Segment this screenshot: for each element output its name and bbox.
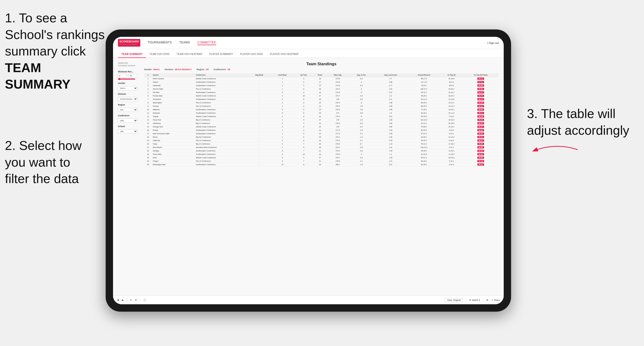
toolbar-refresh[interactable]: ↻ (130, 299, 132, 301)
region-filter-display: Region: All (196, 68, 208, 71)
min-rounds-input[interactable] (118, 74, 126, 78)
cell-conf: Big 12 Conference (195, 118, 248, 122)
table-row: 21 New Mexico Mountain West Conference -… (144, 146, 499, 149)
sign-out-link[interactable]: | Sign out (488, 41, 499, 44)
cell-rnd: 23 (313, 105, 327, 108)
cell-cr: 4 (270, 98, 294, 101)
cell-wins: 279 (327, 98, 349, 101)
toolbar-share-small[interactable]: ⬆ (135, 299, 137, 301)
cell-adj: -5.8 (349, 149, 374, 153)
cell-overall: 60-39-2 (408, 163, 440, 166)
col-cr: Conf Rank (270, 73, 294, 77)
toolbar-clock[interactable]: 🕐 (143, 299, 146, 301)
col-rr: Reg Rank (248, 73, 270, 77)
cell-conf: Southeastern Conference (195, 84, 248, 87)
table-row: 11 Arkansas Southeastern Conference - 6 … (144, 111, 499, 115)
tab-team-h2h-heatmap[interactable]: TEAM H2H HEATMAP (173, 51, 206, 58)
cell-cr: 9 (270, 160, 294, 163)
cell-school: Oregon (152, 160, 195, 163)
cell-pts: 80.54 (463, 149, 499, 153)
tab-player-h2h-heatmap[interactable]: PLAYER H2H HEATMAP (266, 51, 302, 58)
cell-pts: 80.95 (463, 142, 499, 146)
cell-pts: 80.24 (463, 136, 499, 139)
tab-team-h2h-grid[interactable]: TEAM H2H GRID (146, 51, 173, 58)
cell-school: Alabama (152, 108, 195, 111)
cell-wins: 279.1 (327, 136, 349, 139)
toolbar-grid[interactable]: ⊞ (486, 299, 488, 301)
nav-tournaments[interactable]: TOURNAMENTS (148, 41, 172, 45)
cell-school: Texas Tech (152, 118, 195, 122)
cell-wins: 278.7 (327, 146, 349, 149)
division-select[interactable]: NCAA Division I (118, 97, 138, 101)
nav-teams[interactable]: TEAMS (179, 41, 190, 45)
cell-cr: 1 (270, 146, 294, 149)
cell-nt: 7 (294, 142, 313, 146)
tab-player-h2h-grid[interactable]: PLAYER H2H GRID (236, 51, 266, 58)
table-row: 20 Texas Big 12 Conference - 3 7 20 278.… (144, 142, 499, 146)
cell-overall: 92-40-3 (408, 153, 440, 156)
cell-cr: 3 (270, 142, 294, 146)
max-rounds-input[interactable] (129, 74, 137, 78)
gender-select[interactable]: Men's (118, 86, 138, 90)
bottom-toolbar: ◀ ▶ ↻ ⬆ 🕐 View: Original 👁 Watch ▾ ⊞ ↗ S… (113, 296, 504, 304)
cell-avg: 1.85 (374, 125, 408, 129)
cell-rr: - (248, 80, 270, 84)
region-select[interactable]: N/A (118, 108, 138, 112)
cell-rr: - (248, 101, 270, 105)
cell-rank: 8 (144, 101, 152, 105)
cell-rank: 19 (144, 139, 152, 142)
nav-committee[interactable]: COMMITTEE (197, 41, 216, 45)
cell-top25: 42-18-0 (440, 77, 463, 80)
cell-rr: - (248, 125, 270, 129)
cell-pts: 80.02 (463, 129, 499, 132)
school-select[interactable]: (All) (118, 129, 138, 134)
cell-rank: 15 (144, 125, 152, 129)
cell-wins: 277 (327, 111, 349, 115)
cell-top25: 39-6-0 (440, 84, 463, 87)
cell-overall: 83-25-1 (408, 139, 440, 142)
toolbar-back[interactable]: ◀ (117, 299, 119, 301)
cell-conf: Atlantic Coast Conference (195, 77, 248, 80)
cell-rnd: 27 (313, 118, 327, 122)
tab-team-summary[interactable]: TEAM SUMMARY (118, 51, 146, 58)
cell-school: Washington (152, 101, 195, 105)
cell-wins: 276.3 (327, 122, 349, 125)
share-btn[interactable]: ↗ Share (491, 299, 500, 301)
sub-nav: TEAM SUMMARY TEAM H2H GRID TEAM H2H HEAT… (113, 49, 504, 58)
cell-school: New Mexico (152, 146, 195, 149)
cell-top25: 9-10-1 (440, 132, 463, 136)
cell-conf: Southeastern Conference (195, 163, 248, 166)
cell-wins: 278.9 (327, 142, 349, 146)
cell-rank: 9 (144, 105, 152, 108)
cell-rr: - (248, 139, 270, 142)
cell-conf: Pac-12 Conference (195, 87, 248, 91)
watch-btn[interactable]: 👁 Watch ▾ (469, 299, 480, 301)
cell-pts: 83.49 (463, 101, 499, 105)
cell-conf: Atlantic Coast Conference (195, 125, 248, 129)
cell-adj: -2.9 (349, 129, 374, 132)
cell-overall: 95-6-0 (408, 84, 440, 87)
view-original-btn[interactable]: View: Original (445, 298, 463, 302)
cell-cr: 1 (270, 87, 294, 91)
cell-top25: 8-14-0 (440, 139, 463, 142)
cell-rank: 12 (144, 115, 152, 118)
cell-overall: 80-25-2 (408, 129, 440, 132)
conference-select[interactable]: (All) (118, 119, 138, 123)
cell-overall: 63-15-1 (408, 91, 440, 94)
table-row: 17 East Tennessee State Southeastern Con… (144, 132, 499, 136)
cell-cr: 2 (270, 94, 294, 98)
cell-school: Florida State (152, 94, 195, 98)
cell-rank: 5 (144, 91, 152, 94)
cell-cr: 3 (270, 91, 294, 94)
cell-pts: 80.34 (463, 118, 499, 122)
rounds-slider[interactable] (118, 79, 135, 79)
cell-nt: 8 (294, 136, 313, 139)
cell-nt: 8 (294, 108, 313, 111)
toolbar-forward[interactable]: ▶ (122, 299, 124, 301)
cell-adj: -5.1 (349, 139, 374, 142)
cell-school: Georgia Tech (152, 125, 195, 129)
table-row: 10 Alabama Southeastern Conference - 5 8… (144, 108, 499, 111)
tab-player-summary[interactable]: PLAYER SUMMARY (206, 51, 236, 58)
cell-top25: 23-23-1 (440, 125, 463, 129)
cell-avg: 2.52 (374, 87, 408, 91)
